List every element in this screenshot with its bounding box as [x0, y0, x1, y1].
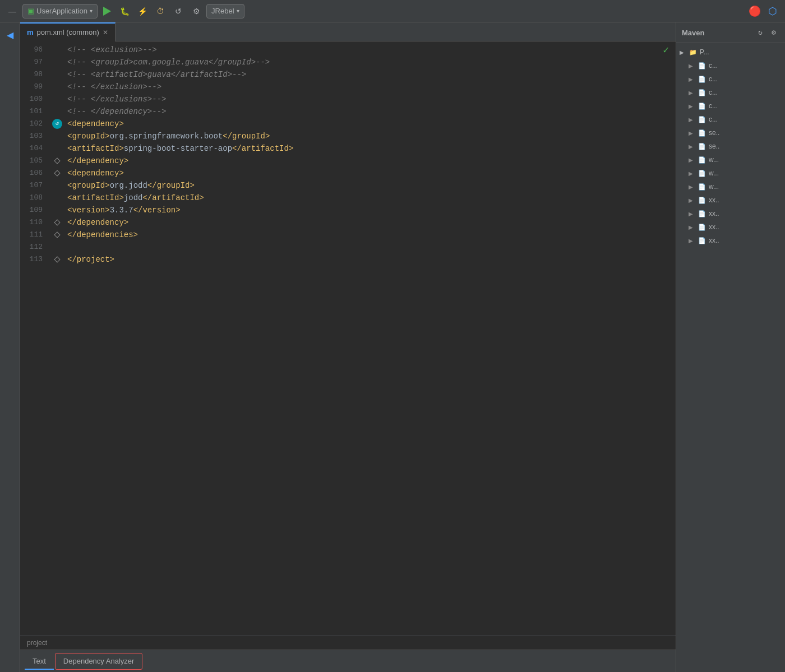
bottom-tab-dependency-analyzer[interactable]: Dependency Analyzer [55, 653, 142, 670]
bottom-tabs: TextDependency Analyzer [20, 650, 676, 672]
code-line: 96<!-- <exclusion>--> [20, 44, 676, 56]
line-content: <!-- <artifactId>guava</artifactId>--> [65, 68, 676, 81]
tab-maven-icon: m [27, 28, 34, 36]
maven-tree-item[interactable]: ▶📄c... [676, 99, 785, 113]
maven-chevron-icon: ▶ [689, 90, 695, 96]
tab-filename: pom.xml (common) [37, 28, 99, 36]
maven-item-label: c... [709, 75, 718, 83]
reload-button[interactable]: ↺ [170, 3, 186, 19]
jrebel-dropdown[interactable]: JRebel ▾ [206, 4, 244, 18]
tab-close-icon[interactable]: ✕ [103, 29, 108, 36]
fold-icon[interactable] [54, 231, 60, 238]
file-icon: 📄 [698, 223, 706, 231]
code-line: 99<!-- </exclusion>--> [20, 81, 676, 93]
fold-icon[interactable] [54, 157, 60, 164]
line-content: <!-- </exclusion>--> [65, 81, 676, 93]
line-number: 113 [20, 253, 49, 266]
debug-button[interactable]: 🐛 [117, 3, 132, 19]
left-panel-toggle[interactable]: ◀ [2, 27, 18, 43]
maven-chevron-icon: ▶ [689, 103, 695, 109]
maven-settings-icon[interactable]: ⚙ [768, 27, 779, 38]
app-name: UserApplication [36, 7, 87, 15]
fold-icon[interactable] [54, 170, 60, 176]
line-content [65, 241, 676, 253]
reload-change-icon[interactable]: ↺ [52, 119, 62, 129]
line-number: 101 [20, 105, 49, 118]
fold-icon[interactable] [54, 219, 60, 225]
line-number: 106 [20, 167, 49, 179]
xml-tag: </project> [67, 255, 114, 264]
run-button[interactable] [100, 4, 114, 18]
line-content: <!-- <exclusion>--> [65, 44, 676, 56]
code-line: 110 </dependency> [20, 216, 676, 229]
maven-tree-item[interactable]: ▶📄c... [676, 86, 785, 99]
line-number: 96 [20, 44, 49, 56]
line-number: 100 [20, 93, 49, 105]
maven-tree-item[interactable]: ▶📄c... [676, 72, 785, 86]
bottom-tab-label: Dependency Analyzer [63, 657, 134, 665]
xml-open-tag: <artifactId> [67, 144, 124, 153]
maven-tree-item[interactable]: ▶📁P... [676, 45, 785, 59]
editor-tab-pom[interactable]: m pom.xml (common) ✕ [20, 22, 116, 41]
maven-tree-item[interactable]: ▶📄w... [676, 166, 785, 180]
maven-tree-item[interactable]: ▶📄w... [676, 180, 785, 193]
code-scroll[interactable]: 96<!-- <exclusion>-->97<!-- <groupId>com… [20, 41, 676, 635]
app-dropdown[interactable]: ▣ UserApplication ▾ [22, 4, 98, 18]
profile-button[interactable]: ⏱ [153, 3, 168, 19]
maven-item-label: xx.. [709, 210, 719, 217]
coverage-button[interactable]: ⚡ [135, 3, 150, 19]
maven-tree-item[interactable]: ▶📄xx.. [676, 220, 785, 234]
collapse-button[interactable]: — [4, 3, 20, 19]
maven-tree-item[interactable]: ▶📄w... [676, 153, 785, 166]
xml-tag: <dependency> [67, 169, 124, 178]
line-number: 110 [20, 216, 49, 229]
maven-tree-item[interactable]: ▶📄xx.. [676, 234, 785, 247]
maven-tree-item[interactable]: ▶📄c... [676, 59, 785, 72]
breadcrumb-text: project [27, 639, 47, 647]
comment-text: <!-- <groupId>com.google.guava</groupId>… [67, 58, 270, 67]
line-content: <artifactId>jodd</artifactId> [65, 192, 676, 204]
xml-tag: <dependency> [67, 119, 124, 128]
maven-panel-title: Maven [682, 29, 704, 37]
code-line: 100<!-- </exclusions>--> [20, 93, 676, 105]
maven-refresh-icon[interactable]: ↻ [755, 27, 766, 38]
maven-tree-item[interactable]: ▶📄xx.. [676, 193, 785, 207]
line-content: </dependency> [65, 216, 676, 229]
code-line: 101<!-- </dependency>--> [20, 105, 676, 118]
plugin-button[interactable]: ⬡ [765, 3, 781, 19]
notifications-button[interactable]: 🔴 [747, 3, 763, 19]
line-gutter [49, 233, 65, 237]
maven-chevron-icon: ▶ [689, 197, 695, 203]
toolbar-left: — ▣ UserApplication ▾ 🐛 ⚡ ⏱ ↺ ⚙ JRebel ▾ [4, 3, 244, 19]
maven-chevron-icon: ▶ [689, 117, 695, 123]
line-content: </project> [65, 253, 676, 266]
maven-chevron-icon: ▶ [689, 76, 695, 82]
line-number: 107 [20, 179, 49, 192]
code-line: 108<artifactId>jodd</artifactId> [20, 192, 676, 204]
line-number: 105 [20, 155, 49, 167]
line-gutter [49, 171, 65, 175]
bottom-tab-text[interactable]: Text [25, 653, 54, 670]
file-icon: 📄 [698, 115, 706, 124]
line-content: <dependency> [65, 118, 676, 130]
maven-item-label: w... [709, 183, 719, 191]
maven-chevron-icon: ▶ [689, 170, 695, 177]
xml-tag: </dependency> [67, 156, 128, 165]
editor-container: m pom.xml (common) ✕ ✓ 96<!-- <exclusion… [20, 22, 676, 672]
maven-tree-item[interactable]: ▶📄c... [676, 113, 785, 126]
line-number: 104 [20, 142, 49, 155]
maven-tree-item[interactable]: ▶📄se.. [676, 126, 785, 140]
file-icon: 📄 [698, 75, 706, 84]
maven-item-label: P... [700, 48, 709, 56]
folder-icon: 📁 [689, 48, 698, 57]
line-content: <!-- </dependency>--> [65, 105, 676, 118]
maven-tree-item[interactable]: ▶📄se.. [676, 140, 785, 153]
settings-button[interactable]: ⚙ [188, 3, 204, 19]
maven-chevron-icon: ▶ [689, 224, 695, 230]
line-gutter [49, 220, 65, 225]
maven-tree-item[interactable]: ▶📄xx.. [676, 207, 785, 220]
line-content: <!-- </exclusions>--> [65, 93, 676, 105]
fold-icon[interactable] [54, 256, 60, 262]
maven-item-label: c... [709, 89, 718, 96]
maven-item-label: c... [709, 102, 718, 110]
